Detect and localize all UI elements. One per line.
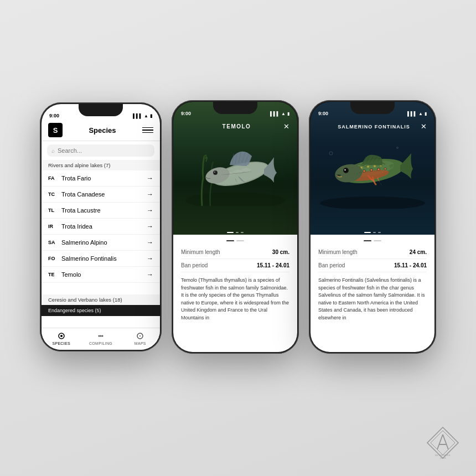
ban-period-value-temolo: 15.11 - 24.01 bbox=[257, 262, 289, 268]
ban-period-value-salmerino: 15.11 - 24.01 bbox=[394, 262, 427, 268]
item-code-fa: FA bbox=[48, 175, 61, 181]
arrow-fo: → bbox=[147, 255, 153, 262]
svg-point-18 bbox=[214, 171, 217, 174]
phone-salmerino-detail: 9:00 ▌▌▌ ▲ ▮ SALMERINO FONTINALIS bbox=[309, 100, 436, 354]
svg-point-6 bbox=[139, 335, 141, 337]
min-length-value-temolo: 30 cm. bbox=[272, 249, 289, 255]
phone-species-list: 9:00 ▌▌▌ ▲ ▮ S Species bbox=[40, 102, 162, 351]
lower-sections: Ceresio and Verbano lakes (18) Endangere… bbox=[42, 294, 160, 316]
stat-ban-period-temolo: Ban period 15.11 - 24.01 bbox=[181, 259, 289, 272]
nav-compiling[interactable]: COMPILING bbox=[81, 332, 120, 345]
battery-icon-2: ▮ bbox=[287, 111, 289, 116]
item-name-te: Temolo bbox=[61, 271, 147, 278]
close-button-temolo[interactable]: ✕ bbox=[283, 122, 289, 131]
list-item[interactable]: FA Trota Fario → bbox=[42, 170, 160, 187]
app-header: S Species bbox=[42, 121, 160, 141]
fish-title-salmerino: SALMERINO FONTINALIS bbox=[338, 124, 410, 130]
min-length-value-salmerino: 24 cm. bbox=[410, 249, 427, 255]
menu-icon[interactable] bbox=[142, 127, 153, 133]
svg-point-23 bbox=[397, 147, 399, 148]
status-bar-phone3: 9:00 ▌▌▌ ▲ ▮ bbox=[311, 102, 434, 118]
signal-icon-2: ▌▌▌ bbox=[270, 111, 280, 116]
svg-point-21 bbox=[329, 152, 333, 155]
fish-description-salmerino: Salmerino Fontinalis (Salvelinus fontina… bbox=[318, 277, 427, 322]
search-bar[interactable]: ⌕ bbox=[47, 144, 154, 157]
wifi-icon-3: ▲ bbox=[418, 111, 423, 116]
nav-maps-icon bbox=[136, 332, 144, 340]
item-code-sa: SA bbox=[48, 240, 61, 245]
fish-detail-salmerino: 9:00 ▌▌▌ ▲ ▮ SALMERINO FONTINALIS bbox=[311, 102, 434, 352]
svg-point-51 bbox=[344, 169, 345, 170]
list-item[interactable]: IR Trota Iridea → bbox=[42, 219, 160, 235]
svg-point-19 bbox=[214, 172, 215, 173]
status-time-1: 9:00 bbox=[49, 113, 59, 118]
fish-detail-temolo: 9:00 ▌▌▌ ▲ ▮ TEMOLO ✕ bbox=[173, 102, 297, 352]
stat-min-length-salmerino: Minimum length 24 cm. bbox=[318, 246, 427, 259]
phones-container: 9:00 ▌▌▌ ▲ ▮ S Species bbox=[40, 100, 436, 354]
fish-description-temolo: Temolo (Thymallus thymallus) is a specie… bbox=[181, 277, 289, 322]
status-icons-3: ▌▌▌ ▲ ▮ bbox=[407, 111, 427, 116]
item-code-ir: IR bbox=[48, 224, 61, 229]
phone-temolo-detail: 9:00 ▌▌▌ ▲ ▮ TEMOLO ✕ bbox=[172, 100, 299, 354]
item-name-tc: Trota Canadese bbox=[61, 191, 147, 198]
status-icons-2: ▌▌▌ ▲ ▮ bbox=[270, 111, 289, 116]
nav-compiling-icon bbox=[96, 332, 105, 340]
item-name-ir: Trota Iridea bbox=[61, 223, 147, 230]
svg-text:.ORG: .ORG bbox=[439, 457, 446, 459]
species-list: FA Trota Fario → TC Trota Canadese → TL … bbox=[42, 170, 160, 283]
section-rivers: Rivers and alpine lakes (7) bbox=[42, 160, 160, 170]
min-length-label-temolo: Minimum length bbox=[181, 249, 272, 255]
svg-point-39 bbox=[367, 165, 369, 168]
arrow-tl: → bbox=[147, 206, 153, 214]
nav-species[interactable]: SPECIES bbox=[42, 332, 81, 345]
designers-badge: DESIGNERS .ORG bbox=[426, 426, 459, 459]
list-item[interactable]: TL Trota Lacustre → bbox=[42, 203, 160, 219]
wifi-icon-1: ▲ bbox=[144, 113, 148, 118]
arrow-ir: → bbox=[147, 223, 153, 230]
svg-point-1 bbox=[60, 335, 63, 337]
svg-point-28 bbox=[364, 170, 365, 172]
ban-period-label-salmerino: Ban period bbox=[318, 262, 394, 268]
svg-point-50 bbox=[344, 168, 348, 172]
signal-icon-1: ▌▌▌ bbox=[133, 113, 142, 118]
image-dots-temolo bbox=[227, 232, 244, 233]
app-title: Species bbox=[63, 126, 142, 134]
section-endangered: Endangered species (5) bbox=[42, 305, 160, 316]
fish-image-temolo: TEMOLO ✕ bbox=[173, 102, 297, 237]
status-bar-phone2: 9:00 ▌▌▌ ▲ ▮ bbox=[173, 102, 297, 118]
status-time-2: 9:00 bbox=[181, 111, 191, 116]
notch-phone1 bbox=[79, 104, 123, 116]
page-indicator-salmerino bbox=[318, 240, 427, 241]
battery-icon-3: ▮ bbox=[425, 111, 427, 116]
list-item[interactable]: FO Salmerino Fontinalis → bbox=[42, 251, 160, 267]
nav-compiling-label: COMPILING bbox=[89, 342, 112, 345]
bottom-nav: SPECIES COMPILING bbox=[42, 328, 160, 350]
stat-ban-period-salmerino: Ban period 15.11 - 24.01 bbox=[318, 259, 427, 272]
ban-period-label-temolo: Ban period bbox=[181, 262, 257, 268]
item-name-fo: Salmerino Fontinalis bbox=[61, 255, 147, 262]
status-icons-1: ▌▌▌ ▲ ▮ bbox=[133, 113, 152, 118]
search-icon: ⌕ bbox=[51, 148, 55, 154]
item-name-fa: Trota Fario bbox=[61, 175, 147, 182]
image-dots-salmerino bbox=[364, 232, 381, 233]
section-ceresio: Ceresio and Verbano lakes (18) bbox=[42, 294, 160, 305]
status-time-3: 9:00 bbox=[318, 111, 328, 116]
nav-maps[interactable]: MAPS bbox=[121, 332, 160, 345]
fish-info-salmerino: Minimum length 24 cm. Ban period 15.11 -… bbox=[311, 235, 434, 352]
list-item[interactable]: SA Salmerino Alpino → bbox=[42, 235, 160, 251]
svg-marker-53 bbox=[431, 431, 455, 455]
list-item[interactable]: TE Temolo → bbox=[42, 267, 160, 283]
item-code-tl: TL bbox=[48, 208, 61, 213]
svg-point-4 bbox=[101, 335, 103, 337]
wifi-icon-2: ▲ bbox=[281, 111, 286, 116]
svg-point-34 bbox=[378, 169, 379, 170]
close-button-salmerino[interactable]: ✕ bbox=[421, 122, 427, 131]
nav-maps-label: MAPS bbox=[134, 342, 146, 345]
svg-point-3 bbox=[100, 335, 101, 337]
list-item[interactable]: TC Trota Canadese → bbox=[42, 187, 160, 203]
arrow-te: → bbox=[147, 271, 153, 278]
stat-min-length-temolo: Minimum length 30 cm. bbox=[181, 246, 289, 259]
search-input[interactable] bbox=[58, 147, 150, 154]
battery-icon-1: ▮ bbox=[150, 113, 152, 118]
svg-point-40 bbox=[374, 165, 376, 167]
